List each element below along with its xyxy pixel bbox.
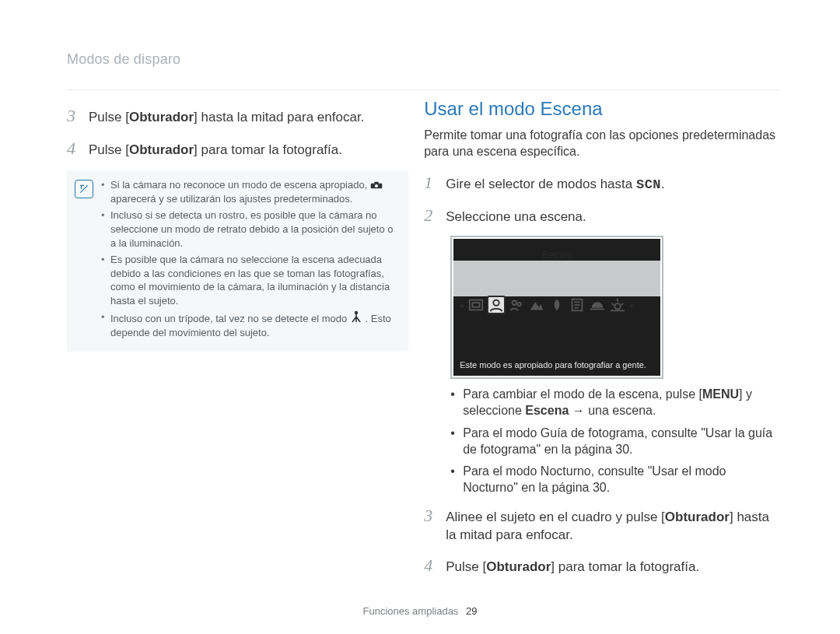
text-bold: Obturador bbox=[129, 110, 194, 124]
step-number: 3 bbox=[67, 104, 79, 128]
text: Si la cámara no reconoce un modo de esce… bbox=[110, 179, 370, 191]
step-text: Pulse [Obturador] hasta la mitad para en… bbox=[89, 109, 408, 127]
section-title: Usar el modo Escena bbox=[424, 98, 779, 120]
svg-rect-1 bbox=[374, 181, 378, 184]
step-text: Pulse [Obturador] para tomar la fotograf… bbox=[89, 142, 408, 159]
step-4: 4Pulse [Obturador] para tomar la fotogra… bbox=[424, 554, 779, 577]
step-number: 1 bbox=[424, 171, 436, 194]
note-item: Es posible que la cámara no seleccione l… bbox=[101, 253, 397, 307]
footer-label: Funciones ampliadas bbox=[363, 605, 459, 617]
svg-point-6 bbox=[494, 300, 499, 306]
sub-bullet-list: Para cambiar el modo de la escena, pulse… bbox=[450, 387, 779, 496]
scene-icons-row: ◂ ▸ bbox=[458, 296, 656, 313]
text-bold: Obturador bbox=[129, 142, 194, 157]
svg-point-3 bbox=[355, 311, 358, 314]
step-2: 2 Seleccione una escena. bbox=[424, 204, 779, 227]
tripod-icon bbox=[350, 310, 362, 320]
note-item: Incluso con un trípode, tal vez no se de… bbox=[101, 310, 397, 339]
step-number: 4 bbox=[424, 554, 436, 577]
lcd-preview: Retrato ◂ ▸ bbox=[450, 236, 663, 379]
svg-line-17 bbox=[621, 303, 624, 305]
sub-bullet-item: Para cambiar el modo de la escena, pulse… bbox=[450, 387, 779, 419]
divider bbox=[67, 89, 779, 90]
scn-label: SCN bbox=[636, 177, 661, 192]
text: . bbox=[661, 177, 665, 191]
step-1: 1 Gire el selector de modos hasta SCN. bbox=[424, 171, 779, 194]
step-number: 3 bbox=[424, 504, 436, 527]
scene-bar: ◂ ▸ bbox=[453, 261, 660, 296]
step-number: 2 bbox=[424, 204, 436, 227]
steps-continued: 3Alinee el sujeto en el cuadro y pulse [… bbox=[424, 504, 779, 577]
sub-bullet-item: Para el modo Guía de fotograma, consulte… bbox=[450, 426, 779, 458]
section-header: Modos de disparo bbox=[67, 51, 779, 68]
svg-point-2 bbox=[375, 184, 378, 187]
text-icon bbox=[569, 296, 586, 313]
portrait-icon bbox=[488, 296, 505, 313]
right-column: Usar el modo Escena Permite tomar una fo… bbox=[424, 100, 779, 587]
sub-bullet-item: Para el modo Nocturno, consulte "Usar el… bbox=[450, 464, 779, 496]
left-column: 3 Pulse [Obturador] hasta la mitad para … bbox=[67, 100, 408, 587]
note-list: Si la cámara no reconoce un modo de esce… bbox=[101, 178, 397, 342]
smart-auto-icon bbox=[370, 179, 383, 188]
note-item: Incluso si se detecta un rostro, es posi… bbox=[101, 208, 397, 250]
scene-name-label: Retrato bbox=[453, 250, 660, 261]
step-text: Gire el selector de modos hasta SCN. bbox=[446, 176, 779, 194]
chevron-left-icon: ◂ bbox=[458, 299, 464, 310]
step-3: 3 Pulse [Obturador] hasta la mitad para … bbox=[67, 104, 408, 128]
content-columns: 3 Pulse [Obturador] hasta la mitad para … bbox=[67, 100, 779, 587]
children-icon bbox=[508, 296, 525, 313]
svg-line-16 bbox=[612, 303, 614, 305]
sunset-icon bbox=[589, 296, 606, 313]
svg-point-14 bbox=[615, 303, 621, 309]
frame-guide-icon bbox=[467, 296, 485, 313]
closeup-icon bbox=[548, 296, 565, 313]
page-footer: Funciones ampliadas 29 bbox=[0, 605, 840, 617]
text: Gire el selector de modos hasta bbox=[446, 177, 636, 191]
svg-point-8 bbox=[518, 303, 521, 306]
lcd-screen: Retrato ◂ ▸ bbox=[453, 239, 660, 376]
step-text: Alinee el sujeto en el cuadro y pulse [O… bbox=[446, 509, 779, 545]
note-item: Si la cámara no reconoce un modo de esce… bbox=[101, 178, 397, 205]
note-callout: Si la cámara no reconoce un modo de esce… bbox=[67, 170, 408, 352]
section-intro: Permite tomar una fotografía con las opc… bbox=[424, 128, 779, 160]
svg-rect-4 bbox=[470, 300, 483, 310]
manual-page: Modos de disparo 3 Pulse [Obturador] has… bbox=[0, 0, 840, 634]
svg-rect-5 bbox=[473, 303, 480, 307]
text: ] para tomar la fotografía. bbox=[194, 142, 342, 157]
step-text: Seleccione una escena. bbox=[446, 208, 779, 226]
text: Pulse [ bbox=[89, 110, 129, 124]
step-3: 3Alinee el sujeto en el cuadro y pulse [… bbox=[424, 504, 779, 545]
text: Pulse [ bbox=[89, 142, 129, 157]
step-4: 4 Pulse [Obturador] para tomar la fotogr… bbox=[67, 137, 408, 160]
note-icon bbox=[75, 180, 93, 198]
step-number: 4 bbox=[67, 137, 79, 160]
chevron-right-icon: ▸ bbox=[629, 299, 635, 310]
text: aparecerá y se utilizarán los ajustes pr… bbox=[110, 193, 352, 205]
text: ] hasta la mitad para enfocar. bbox=[194, 110, 364, 124]
scene-description: Este modo es apropiado para fotografiar … bbox=[460, 360, 654, 371]
landscape-icon bbox=[528, 296, 545, 313]
step-text: Pulse [Obturador] para tomar la fotograf… bbox=[446, 559, 779, 576]
page-number: 29 bbox=[466, 605, 477, 617]
text: Incluso con un trípode, tal vez no se de… bbox=[110, 313, 350, 324]
svg-point-7 bbox=[513, 301, 517, 306]
dawn-icon bbox=[609, 296, 626, 313]
